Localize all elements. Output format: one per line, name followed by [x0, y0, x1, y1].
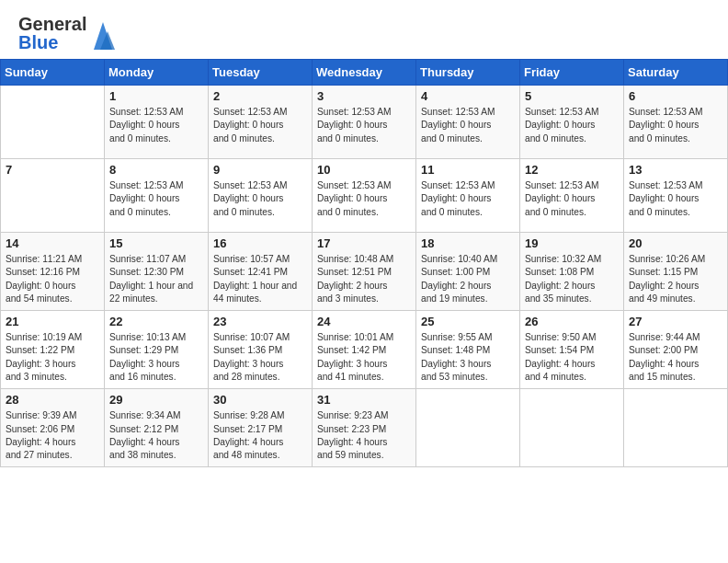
- calendar-cell: 31Sunrise: 9:23 AM Sunset: 2:23 PM Dayli…: [313, 389, 416, 467]
- cell-text: Sunrise: 9:50 AM Sunset: 1:54 PM Dayligh…: [525, 331, 619, 384]
- cell-text: Sunrise: 11:21 AM Sunset: 12:16 PM Dayli…: [6, 253, 99, 305]
- calendar-cell: 17Sunrise: 10:48 AM Sunset: 12:51 PM Day…: [313, 233, 416, 311]
- calendar-week-row: 28Sunrise: 9:39 AM Sunset: 2:06 PM Dayli…: [1, 389, 728, 467]
- logo-general: General: [18, 15, 86, 33]
- day-number: 4: [421, 89, 515, 103]
- calendar-cell: 3Sunset: 12:53 AM Daylight: 0 hours and …: [313, 86, 416, 159]
- cell-text: Sunrise: 9:23 AM Sunset: 2:23 PM Dayligh…: [317, 409, 411, 462]
- day-number: 1: [109, 89, 203, 103]
- day-of-week-header: Wednesday: [313, 60, 416, 86]
- day-number: 21: [6, 315, 99, 328]
- day-number: 7: [6, 163, 99, 177]
- calendar-cell: 9Sunset: 12:53 AM Daylight: 0 hours and …: [209, 159, 313, 233]
- cell-text: Sunset: 12:53 AM Daylight: 0 hours and 0…: [525, 179, 619, 219]
- cell-text: Sunset: 12:53 AM Daylight: 0 hours and 0…: [317, 106, 411, 145]
- calendar-cell: 16Sunrise: 10:57 AM Sunset: 12:41 PM Day…: [209, 233, 313, 311]
- day-of-week-header: Friday: [520, 60, 624, 86]
- calendar-cell: 30Sunrise: 9:28 AM Sunset: 2:17 PM Dayli…: [209, 389, 313, 467]
- calendar-cell: 26Sunrise: 9:50 AM Sunset: 1:54 PM Dayli…: [520, 311, 624, 389]
- logo-icon: [89, 15, 117, 52]
- cell-text: Sunrise: 10:07 AM Sunset: 1:36 PM Daylig…: [213, 331, 307, 384]
- day-number: 11: [421, 163, 515, 177]
- calendar-cell: 21Sunrise: 10:19 AM Sunset: 1:22 PM Dayl…: [1, 311, 105, 389]
- cell-text: Sunrise: 11:07 AM Sunset: 12:30 PM Dayli…: [109, 253, 203, 305]
- day-number: 14: [6, 236, 99, 250]
- calendar-cell: 13Sunset: 12:53 AM Daylight: 0 hours and…: [624, 159, 728, 233]
- calendar-cell: [520, 389, 624, 467]
- calendar-cell: [624, 389, 728, 467]
- day-of-week-header: Saturday: [624, 60, 728, 86]
- day-number: 13: [629, 163, 722, 177]
- calendar-cell: 27Sunrise: 9:44 AM Sunset: 2:00 PM Dayli…: [624, 311, 728, 389]
- calendar-cell: [1, 86, 105, 159]
- cell-text: Sunrise: 9:44 AM Sunset: 2:00 PM Dayligh…: [629, 331, 722, 384]
- calendar-week-row: 78Sunset: 12:53 AM Daylight: 0 hours and…: [1, 159, 728, 233]
- cell-text: Sunset: 12:53 AM Daylight: 0 hours and 0…: [629, 179, 722, 219]
- day-of-week-header: Monday: [105, 60, 209, 86]
- day-number: 9: [213, 163, 307, 177]
- calendar-cell: 19Sunrise: 10:32 AM Sunset: 1:08 PM Dayl…: [520, 233, 624, 311]
- day-of-week-header: Sunday: [1, 60, 105, 86]
- day-number: 16: [213, 236, 307, 250]
- cell-text: Sunrise: 10:26 AM Sunset: 1:15 PM Daylig…: [629, 253, 722, 305]
- day-number: 10: [317, 163, 411, 177]
- cell-text: Sunrise: 10:57 AM Sunset: 12:41 PM Dayli…: [213, 253, 307, 305]
- calendar-cell: 4Sunset: 12:53 AM Daylight: 0 hours and …: [416, 86, 520, 159]
- logo: General Blue: [18, 15, 117, 52]
- cell-text: Sunrise: 9:55 AM Sunset: 1:48 PM Dayligh…: [421, 331, 515, 384]
- calendar-cell: 25Sunrise: 9:55 AM Sunset: 1:48 PM Dayli…: [416, 311, 520, 389]
- calendar-cell: 18Sunrise: 10:40 AM Sunset: 1:00 PM Dayl…: [416, 233, 520, 311]
- day-number: 17: [317, 236, 411, 250]
- day-of-week-header: Thursday: [416, 60, 520, 86]
- cell-text: Sunset: 12:53 AM Daylight: 0 hours and 0…: [525, 106, 619, 145]
- calendar-cell: 23Sunrise: 10:07 AM Sunset: 1:36 PM Dayl…: [209, 311, 313, 389]
- day-number: 6: [629, 89, 722, 103]
- day-number: 22: [109, 315, 203, 328]
- cell-text: Sunset: 12:53 AM Daylight: 0 hours and 0…: [109, 179, 203, 219]
- day-number: 15: [109, 236, 203, 250]
- day-number: 18: [421, 236, 515, 250]
- calendar-week-row: 21Sunrise: 10:19 AM Sunset: 1:22 PM Dayl…: [1, 311, 728, 389]
- calendar-cell: 1Sunset: 12:53 AM Daylight: 0 hours and …: [105, 86, 209, 159]
- calendar-cell: 7: [1, 159, 105, 233]
- day-number: 20: [629, 236, 722, 250]
- calendar-week-row: 14Sunrise: 11:21 AM Sunset: 12:16 PM Day…: [1, 233, 728, 311]
- calendar-cell: 22Sunrise: 10:13 AM Sunset: 1:29 PM Dayl…: [105, 311, 209, 389]
- cell-text: Sunrise: 10:19 AM Sunset: 1:22 PM Daylig…: [6, 331, 99, 384]
- calendar-cell: 14Sunrise: 11:21 AM Sunset: 12:16 PM Day…: [1, 233, 105, 311]
- cell-text: Sunrise: 9:34 AM Sunset: 2:12 PM Dayligh…: [109, 409, 203, 462]
- day-number: 19: [525, 236, 619, 250]
- cell-text: Sunset: 12:53 AM Daylight: 0 hours and 0…: [213, 179, 307, 219]
- cell-text: Sunset: 12:53 AM Daylight: 0 hours and 0…: [317, 179, 411, 219]
- calendar-cell: 15Sunrise: 11:07 AM Sunset: 12:30 PM Day…: [105, 233, 209, 311]
- day-number: 5: [525, 89, 619, 103]
- day-number: 24: [317, 315, 411, 328]
- day-of-week-header: Tuesday: [209, 60, 313, 86]
- calendar-header-row: SundayMondayTuesdayWednesdayThursdayFrid…: [1, 60, 728, 86]
- calendar-cell: 8Sunset: 12:53 AM Daylight: 0 hours and …: [105, 159, 209, 233]
- cell-text: Sunrise: 10:48 AM Sunset: 12:51 PM Dayli…: [317, 253, 411, 305]
- calendar-cell: 10Sunset: 12:53 AM Daylight: 0 hours and…: [313, 159, 416, 233]
- cell-text: Sunset: 12:53 AM Daylight: 0 hours and 0…: [421, 179, 515, 219]
- day-number: 2: [213, 89, 307, 103]
- calendar-cell: [416, 389, 520, 467]
- day-number: 8: [109, 163, 203, 177]
- cell-text: Sunrise: 10:01 AM Sunset: 1:42 PM Daylig…: [317, 331, 411, 384]
- calendar-cell: 29Sunrise: 9:34 AM Sunset: 2:12 PM Dayli…: [105, 389, 209, 467]
- page-header: General Blue: [0, 0, 728, 59]
- calendar-cell: 2Sunset: 12:53 AM Daylight: 0 hours and …: [209, 86, 313, 159]
- calendar-cell: 24Sunrise: 10:01 AM Sunset: 1:42 PM Dayl…: [313, 311, 416, 389]
- cell-text: Sunset: 12:53 AM Daylight: 0 hours and 0…: [109, 106, 203, 145]
- calendar-table: SundayMondayTuesdayWednesdayThursdayFrid…: [0, 59, 728, 467]
- day-number: 27: [629, 315, 722, 328]
- day-number: 25: [421, 315, 515, 328]
- cell-text: Sunrise: 10:40 AM Sunset: 1:00 PM Daylig…: [421, 253, 515, 305]
- logo-blue: Blue: [18, 33, 86, 52]
- day-number: 3: [317, 89, 411, 103]
- day-number: 30: [213, 393, 307, 407]
- cell-text: Sunrise: 10:13 AM Sunset: 1:29 PM Daylig…: [109, 331, 203, 384]
- day-number: 26: [525, 315, 619, 328]
- calendar-cell: 12Sunset: 12:53 AM Daylight: 0 hours and…: [520, 159, 624, 233]
- calendar-cell: 28Sunrise: 9:39 AM Sunset: 2:06 PM Dayli…: [1, 389, 105, 467]
- calendar-cell: 11Sunset: 12:53 AM Daylight: 0 hours and…: [416, 159, 520, 233]
